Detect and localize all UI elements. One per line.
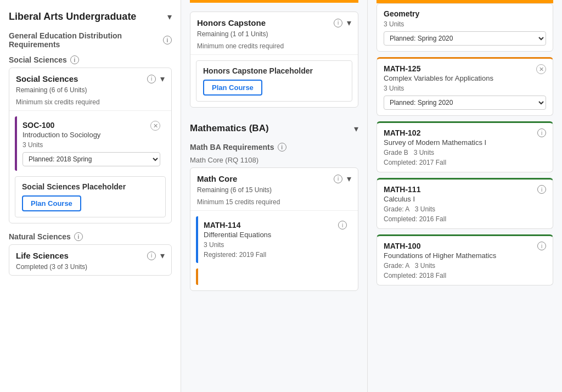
math111-completed: Completed: 2016 Fall [384,215,546,223]
honors-remaining: Remaining (1 of 1 Units) [190,30,358,40]
math114-units: 3 Units [204,241,347,249]
honors-topbar [190,0,358,3]
social-sciences-plan-course-button[interactable]: Plan Course [22,195,81,211]
right-panel: Geometry 3 Units Planned: Spring 2020 MA… [368,0,562,392]
math125-units: 3 Units [384,85,546,92]
math-core-title: Math Core [197,174,237,183]
social-sciences-group-icons: i ▾ [147,74,165,84]
middle-panel: Honors Capstone i ▾ Remaining (1 of 1 Un… [181,0,368,392]
math-requirements-info-icon[interactable]: i [278,143,286,152]
math100-code: MATH-100 [384,242,496,250]
math-core-remaining: Remaining (6 of 15 Units) [190,186,358,196]
math100-grade: Grade: A 3 Units [384,262,546,270]
math114-name: Differential Equations [204,231,271,239]
card-math100: MATH-100 Foundations of Higher Mathemati… [376,234,553,285]
math125-term-select[interactable]: Planned: Spring 2020 [384,96,546,110]
math-title: Mathematics (BA) [190,123,269,134]
degree-chevron-icon[interactable]: ▾ [167,12,172,22]
math-chevron-icon[interactable]: ▾ [354,124,358,134]
math100-info-icon[interactable]: i [537,242,546,250]
honors-capstone-section: Honors Capstone i ▾ Remaining (1 of 1 Un… [190,12,358,108]
math114-info-icon[interactable]: i [338,221,347,229]
math102-name: Survey of Modern Mathematics I [384,138,486,147]
card-math125: MATH-125 Complex Variables for Applicati… [376,57,553,116]
natural-sciences-info-icon[interactable]: i [74,232,83,241]
math-requirements-label: Math BA Requirements i [190,143,358,152]
soc100-code: SOC-100 [23,121,100,130]
math-core-chevron-icon[interactable]: ▾ [347,173,351,184]
social-sciences-minimum: Minimum six credits required [9,96,171,111]
card-math111: MATH-111 Calculus I i Grade: A 3 Units C… [376,178,553,229]
math111-info-icon[interactable]: i [537,185,546,194]
math102-grade: Grade B 3 Units [384,149,546,156]
soc100-close-icon[interactable]: ✕ [150,121,160,131]
honors-capstone-title: Honors Capstone [197,18,266,27]
honors-capstone-group: Honors Capstone i ▾ Remaining (1 of 1 Un… [190,12,358,108]
honors-plan-course-button[interactable]: Plan Course [203,80,262,96]
math125-code: MATH-125 [384,64,493,73]
life-sciences-title: Life Sciences [16,251,69,260]
life-sciences-icons: i ▾ [147,250,165,261]
card-math102: MATH-102 Survey of Modern Mathematics I … [376,121,553,172]
sidebar-panel: Liberal Arts Undergraduate ▾ General Edu… [0,0,181,392]
social-sciences-group-header: Social Sciences i ▾ [9,68,171,86]
gen-ed-info-icon[interactable]: i [163,36,172,44]
course-math-partial [196,268,352,285]
math102-completed: Completed: 2017 Fall [384,159,546,166]
course-soc100: SOC-100 Introduction to Sociology ✕ 3 Un… [15,116,166,171]
social-sciences-info-icon[interactable]: i [70,55,79,64]
social-sciences-remaining: Remaining (6 of 6 Units) [9,86,171,96]
math102-code: MATH-102 [384,128,486,137]
math-core-info-icon[interactable]: i [334,175,342,183]
math114-registered: Registered: 2019 Fall [204,251,347,259]
life-sciences-info-icon[interactable]: i [147,251,156,260]
math111-grade: Grade: A 3 Units [384,205,546,213]
honors-capstone-icons: i ▾ [334,18,351,28]
social-sciences-group: Social Sciences i ▾ Remaining (6 of 6 Un… [9,68,172,223]
math111-name: Calculus I [384,195,420,203]
math-core-header: Math Core i ▾ [190,168,358,186]
soc100-name: Introduction to Sociology [23,131,100,139]
math100-completed: Completed: 2018 Fall [384,272,546,279]
honors-minimum: Minimum one credits required [190,40,358,55]
social-sciences-group-info-icon[interactable]: i [147,75,156,83]
math125-header: MATH-125 Complex Variables for Applicati… [384,64,546,82]
honors-capstone-chevron-icon[interactable]: ▾ [347,18,351,28]
social-sciences-group-chevron-icon[interactable]: ▾ [160,74,165,84]
degree-header: Liberal Arts Undergraduate ▾ [9,11,172,23]
math111-code: MATH-111 [384,185,420,194]
degree-title: Liberal Arts Undergraduate [9,11,136,23]
math-core-icons: i ▾ [334,173,351,184]
math-core-group: Math Core i ▾ Remaining (6 of 15 Units) … [190,167,358,291]
math100-header: MATH-100 Foundations of Higher Mathemati… [384,242,546,260]
geometry-term-select[interactable]: Planned: Spring 2020 [384,31,546,46]
math125-close-icon[interactable]: ✕ [536,64,546,74]
gen-ed-label: General Education Distribution Requireme… [9,31,172,49]
honors-capstone-info-icon[interactable]: i [334,19,342,27]
math111-header: MATH-111 Calculus I i [384,185,546,203]
social-sciences-group-title: Social Sciences [16,74,78,83]
social-sciences-label: Social Sciences i [9,55,172,64]
geometry-units: 3 Units [384,20,546,28]
geometry-title: Geometry [384,9,546,18]
math125-name: Complex Variables for Applications [384,74,493,82]
social-sciences-placeholder-title: Social Sciences Placeholder [22,182,159,191]
math114-code: MATH-114 [204,221,271,229]
life-sciences-header: Life Sciences i ▾ [9,245,171,263]
math102-info-icon[interactable]: i [537,128,546,137]
soc100-units: 3 Units [23,141,160,149]
math100-name: Foundations of Higher Mathematics [384,251,496,260]
honors-placeholder-title: Honors Capstone Placeholder [203,66,345,75]
math114-header: MATH-114 Differential Equations i [204,221,347,239]
life-sciences-remaining: Completed (3 of 3 Units) [9,263,171,275]
social-sciences-placeholder: Social Sciences Placeholder Plan Course [15,176,166,217]
soc100-term-select[interactable]: Planned: 2018 Spring [23,152,160,166]
honors-capstone-header: Honors Capstone i ▾ [190,12,358,30]
soc100-header: SOC-100 Introduction to Sociology ✕ [23,121,160,139]
math-subsection: Math Core (RQ 1108) [190,156,358,164]
natural-sciences-label: Natural Sciences i [9,232,172,241]
math-core-minimum: Minimum 15 credits required [190,196,358,211]
course-math114: MATH-114 Differential Equations i 3 Unit… [196,216,352,263]
life-sciences-chevron-icon[interactable]: ▾ [160,250,165,261]
geometry-card: Geometry 3 Units Planned: Spring 2020 [376,3,553,52]
